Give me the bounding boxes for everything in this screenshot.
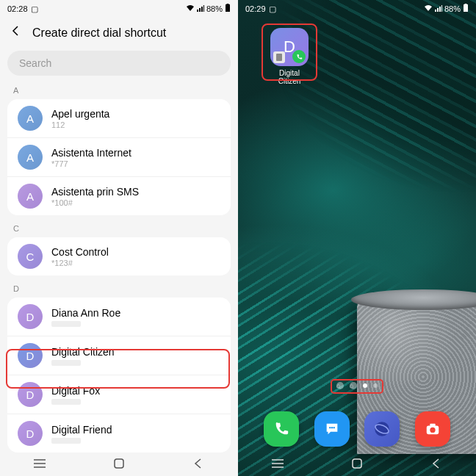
svg-rect-4 [465, 4, 467, 4]
svg-point-8 [333, 427, 334, 428]
nav-bar [0, 451, 238, 476]
avatar: A [18, 145, 43, 170]
avatar: A [18, 106, 43, 131]
nav-bar [238, 451, 476, 476]
contact-row[interactable]: AAsistenta Internet*777 [7, 138, 231, 177]
svg-rect-5 [276, 54, 282, 61]
contact-row[interactable]: AApel urgenta112 [7, 99, 231, 138]
signal-icon [435, 4, 442, 13]
dock-browser[interactable] [364, 411, 400, 447]
contact-sub-redacted [51, 360, 81, 366]
status-time: 02:28 [7, 4, 28, 13]
screenshot-icon: ▢ [31, 4, 38, 14]
pager-dot [373, 383, 378, 388]
phone-badge-icon [292, 50, 306, 63]
contact-sub: *100# [51, 198, 220, 207]
contact-row[interactable]: DDigital Fox [7, 375, 231, 414]
contact-name: Digital Fox [51, 385, 220, 397]
contact-row[interactable]: CCost Control*123# [7, 237, 231, 275]
svg-point-7 [331, 427, 332, 428]
title-bar: Create direct dial shortcut [0, 18, 238, 51]
nav-recents[interactable] [32, 458, 47, 469]
nav-home[interactable] [350, 458, 364, 469]
contact-name: Asistenta Internet [51, 147, 220, 159]
section-header: C [0, 220, 238, 237]
avatar: D [18, 343, 43, 368]
status-bar: 02:28 ▢ 88% [0, 0, 238, 18]
contact-group: AApel urgenta112AAsistenta Internet*777A… [7, 99, 231, 215]
contact-row[interactable]: DDiana Ann Roe [7, 298, 231, 336]
contact-name: Digital Citizen [51, 346, 220, 358]
screenshot-icon: ▢ [269, 4, 276, 14]
contact-name: Cost Control [51, 246, 220, 258]
status-bar: 02:29 ▢ 88% [238, 0, 476, 18]
svg-rect-3 [464, 4, 468, 12]
battery-pct: 88% [206, 4, 223, 13]
nav-home[interactable] [112, 458, 126, 469]
contact-row[interactable]: DDigital Friend [7, 414, 231, 452]
contact-group: CCost Control*123# [7, 237, 231, 275]
avatar: A [18, 184, 43, 209]
svg-point-12 [430, 428, 436, 433]
contact-sub-redacted [51, 399, 81, 405]
status-time: 02:29 [245, 4, 266, 13]
contact-sub: *777 [51, 159, 220, 168]
dock-messages[interactable] [314, 411, 350, 447]
dock-phone[interactable] [264, 411, 299, 447]
battery-icon [463, 4, 469, 14]
shortcut-label: Digital Citizen [267, 69, 311, 85]
svg-point-6 [329, 427, 331, 428]
avatar: D [18, 382, 43, 407]
contact-name: Apel urgenta [51, 108, 220, 120]
contact-sub: *123# [51, 259, 220, 267]
contact-group: DDiana Ann RoeDDigital CitizenDDigital F… [7, 298, 231, 452]
pager-dot-active [363, 383, 367, 388]
wifi-icon [186, 4, 195, 13]
contact-row[interactable]: AAsistenta prin SMS*100# [7, 177, 231, 215]
nav-recents[interactable] [270, 458, 285, 469]
svg-rect-0 [226, 4, 230, 12]
avatar: C [18, 244, 43, 269]
svg-rect-1 [227, 4, 229, 4]
svg-rect-14 [353, 459, 361, 468]
svg-point-9 [375, 422, 390, 436]
search-input[interactable]: Search [7, 51, 231, 76]
contact-name: Diana Ann Roe [51, 307, 220, 319]
contact-sub-redacted [51, 321, 81, 327]
page-title: Create direct dial shortcut [32, 26, 166, 40]
page-indicator[interactable]: ⌂ ⌂ [336, 382, 378, 389]
wifi-icon [424, 4, 433, 13]
section-header: A [0, 82, 238, 99]
signal-icon [197, 4, 204, 13]
contact-name: Asistenta prin SMS [51, 186, 220, 198]
contact-sub: 112 [51, 120, 220, 129]
back-icon[interactable] [10, 25, 22, 40]
battery-pct: 88% [444, 4, 461, 13]
nav-back[interactable] [191, 458, 206, 469]
contacts-screen: 02:28 ▢ 88% Create direct dial shortcut … [0, 0, 238, 476]
svg-rect-13 [430, 424, 436, 427]
pager-apps-icon: ⌂ [336, 382, 344, 389]
nav-back[interactable] [429, 458, 444, 469]
dock [238, 411, 476, 447]
svg-rect-2 [115, 459, 123, 468]
shortcut-digital-citizen[interactable]: D Digital Citizen [267, 28, 311, 85]
avatar: D [18, 421, 43, 446]
section-header: D [0, 280, 238, 298]
battery-icon [225, 4, 231, 14]
contact-sub-redacted [51, 438, 81, 444]
contact-badge-icon [273, 51, 285, 63]
home-screen: 02:29 ▢ 88% D Digital Citizen [238, 0, 476, 476]
pager-home-icon: ⌂ [350, 382, 357, 389]
contact-row[interactable]: DDigital Citizen [7, 336, 231, 375]
dock-camera[interactable] [415, 411, 450, 447]
shortcut-icon: D [270, 28, 309, 66]
avatar: D [18, 304, 43, 329]
contact-name: Digital Friend [51, 424, 220, 436]
